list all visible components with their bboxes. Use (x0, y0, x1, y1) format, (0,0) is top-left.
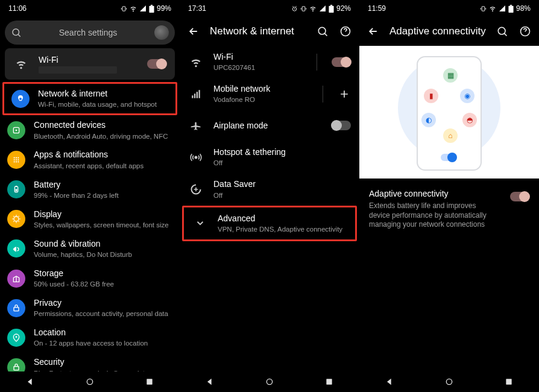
svg-rect-24 (147, 379, 153, 384)
nav-home[interactable] (444, 376, 455, 387)
item-subtitle: Wi-Fi, mobile, data usage, and hotspot (38, 100, 167, 109)
settings-item[interactable]: Apps & notificationsAssistant, recent ap… (0, 145, 180, 174)
svg-point-13 (14, 161, 15, 162)
row-title: Mobile network (213, 83, 308, 94)
svg-point-29 (318, 27, 326, 34)
toggle[interactable] (332, 57, 351, 67)
search-button[interactable] (496, 25, 509, 38)
wifi-title: Wi-Fi (39, 54, 139, 65)
nav-back[interactable] (204, 376, 215, 387)
svg-rect-1 (149, 5, 154, 12)
airplane-icon (187, 119, 205, 131)
add-button[interactable] (338, 87, 351, 101)
help-button[interactable] (339, 25, 352, 38)
back-button[interactable] (367, 25, 380, 38)
category-icon (7, 299, 25, 317)
category-icon (7, 329, 25, 347)
svg-point-3 (13, 29, 19, 36)
svg-point-15 (17, 161, 19, 162)
nav-back[interactable] (25, 376, 36, 387)
nav-home[interactable] (84, 376, 95, 387)
svg-point-41 (498, 27, 505, 34)
settings-item[interactable]: Network & internetWi-Fi, mobile, data us… (2, 82, 177, 115)
svg-point-6 (16, 130, 17, 131)
illustration: ▦ ▮ ◉ ◐ ◓ ⌂ (359, 46, 539, 179)
nav-recent[interactable] (324, 376, 335, 387)
svg-point-35 (195, 156, 197, 158)
nav-home[interactable] (264, 376, 275, 387)
nav-bar (180, 371, 359, 392)
back-button[interactable] (187, 25, 200, 38)
nav-recent[interactable] (144, 376, 155, 387)
row-subtitle: UPC6207461 (213, 63, 302, 72)
svg-point-36 (266, 379, 272, 384)
item-subtitle: On - 12 apps have access to location (34, 339, 171, 348)
category-icon (7, 210, 25, 228)
settings-item[interactable]: Connected devicesBluetooth, Android Auto… (0, 115, 180, 145)
account-avatar[interactable] (154, 25, 169, 40)
svg-rect-31 (192, 95, 193, 98)
wifi-icon (12, 58, 30, 70)
adaptive-toggle[interactable] (510, 192, 529, 201)
row-subtitle: Off (213, 191, 351, 200)
network-row[interactable]: Wi-FiUPC6207461 (180, 46, 359, 78)
settings-item[interactable]: DisplayStyles, wallpapers, screen timeou… (0, 204, 180, 234)
page-title: Adaptive connectivity (389, 25, 486, 37)
settings-item[interactable]: LocationOn - 12 apps have access to loca… (0, 323, 180, 352)
battery-icon (508, 5, 514, 13)
alarm-icon (291, 5, 298, 12)
car-chip-icon: ◓ (462, 113, 477, 127)
svg-rect-18 (16, 189, 17, 191)
network-row[interactable]: AdvancedVPN, Private DNS, Adaptive conne… (182, 206, 357, 241)
network-internet-panel: 17:31 92% Network & internet Wi-FiUPC620… (180, 0, 359, 392)
search-settings[interactable]: Search settings (5, 21, 175, 45)
status-battery-pct: 99% (157, 4, 171, 13)
svg-point-7 (14, 157, 15, 159)
svg-point-9 (17, 157, 19, 159)
datasaver-icon (187, 183, 205, 195)
search-button[interactable] (316, 25, 329, 38)
row-title: Wi-Fi (213, 51, 302, 62)
status-time: 11:06 (8, 4, 27, 13)
svg-rect-38 (482, 6, 485, 10)
settings-item[interactable]: Battery99% - More than 2 days left (0, 175, 180, 204)
status-icons: 92% (291, 4, 351, 13)
svg-rect-27 (329, 5, 333, 12)
status-bar: 11:59 98% (359, 0, 539, 17)
wifi-icon (489, 5, 496, 12)
settings-item[interactable]: Storage50% used - 63.82 GB free (0, 264, 180, 293)
nav-recent[interactable] (503, 376, 514, 387)
svg-point-21 (16, 336, 17, 338)
wifi-icon (309, 5, 317, 12)
network-row[interactable]: Airplane mode (180, 110, 359, 141)
network-row[interactable]: Hotspot & tetheringOff (180, 141, 359, 173)
adaptive-connectivity-row[interactable]: Adaptive connectivity Extends battery li… (359, 179, 539, 230)
svg-rect-32 (194, 93, 195, 98)
item-title: Battery (34, 179, 171, 190)
status-icons: 98% (480, 4, 531, 13)
item-title: Connected devices (34, 119, 171, 130)
nav-back[interactable] (384, 376, 395, 387)
row-title: Airplane mode (213, 120, 323, 131)
home-chip-icon: ⌂ (443, 128, 458, 143)
svg-rect-33 (197, 92, 198, 98)
status-time: 17:31 (188, 4, 206, 13)
status-battery-pct: 92% (336, 4, 351, 13)
status-bar: 11:06 99% (0, 0, 180, 17)
network-row[interactable]: Data SaverOff (180, 173, 359, 205)
wifi-toggle[interactable] (147, 59, 166, 69)
category-icon (7, 151, 25, 169)
network-row[interactable]: Mobile networkVodafone RO (180, 78, 359, 110)
settings-item[interactable]: Sound & vibrationVolume, haptics, Do Not… (0, 234, 180, 264)
svg-point-10 (14, 159, 15, 160)
row-title: Advanced (218, 213, 347, 224)
vibrate-icon (480, 5, 487, 12)
item-title: Network & internet (38, 88, 167, 99)
help-button[interactable] (519, 25, 532, 38)
toggle[interactable] (332, 121, 351, 130)
svg-rect-20 (14, 307, 19, 311)
wifi-quick-card[interactable]: Wi-Fi (5, 48, 175, 80)
chevron-icon (191, 218, 209, 229)
page-title: Network & internet (210, 25, 306, 37)
settings-item[interactable]: PrivacyPermissions, account activity, pe… (0, 293, 180, 323)
